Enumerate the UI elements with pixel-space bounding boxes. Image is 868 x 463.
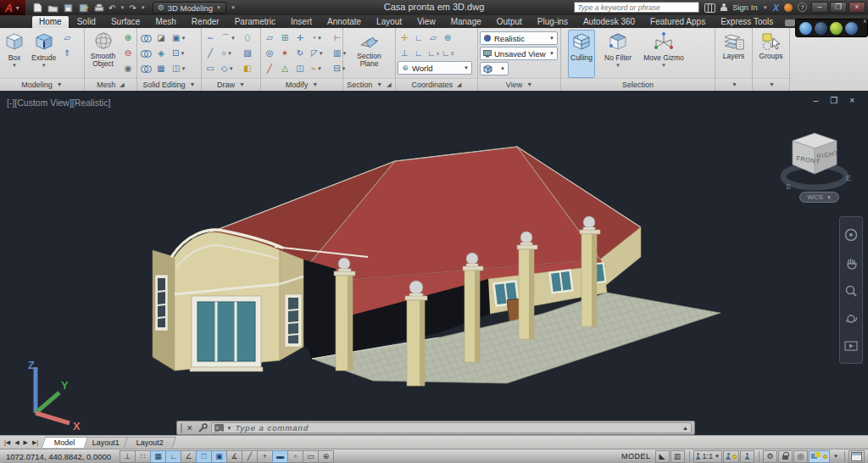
tab-express-tools[interactable]: Express Tools	[714, 16, 780, 28]
groups-panel-caption[interactable]: ▼	[753, 78, 789, 90]
groups-button[interactable]: Groups	[757, 30, 786, 78]
move-icon[interactable]: ✛	[293, 31, 307, 45]
layers-button[interactable]: Layers	[721, 30, 748, 78]
move-gizmo-button[interactable]: Move Gizmo ▼	[641, 30, 687, 78]
scale-icon[interactable]: ▱	[263, 31, 276, 45]
autodesk-360-icon[interactable]	[784, 3, 793, 12]
web-shortcut-icon[interactable]	[830, 22, 843, 35]
circle-icon[interactable]: ○▼	[219, 46, 239, 60]
model-space-icon[interactable]: ◣	[655, 450, 670, 463]
tab-layout[interactable]: Layout	[370, 16, 409, 28]
showmotion-icon[interactable]	[844, 340, 858, 352]
pan-hand-icon[interactable]	[845, 256, 858, 270]
tab-insert[interactable]: Insert	[284, 16, 319, 28]
toolbar-lock-button[interactable]	[778, 450, 793, 463]
mirror-icon[interactable]: ◫	[293, 61, 307, 75]
zoom-icon[interactable]	[844, 284, 858, 298]
viewport-controls-label[interactable]: [-][Custom View][Realistic]	[7, 98, 110, 108]
3d-object-snap-toggle[interactable]: ▣	[211, 450, 227, 463]
drag-handle-icon[interactable]	[180, 423, 183, 432]
compass-south-label[interactable]: S	[786, 182, 791, 191]
separate-icon[interactable]: ◫▼	[170, 61, 190, 75]
offset-icon[interactable]: ◎	[263, 46, 276, 60]
layers-panel-caption[interactable]: ▼	[715, 78, 752, 90]
web-shortcut-icon[interactable]	[799, 22, 812, 35]
modify-panel-caption[interactable]: Modify▼	[261, 78, 342, 90]
tab-plugins[interactable]: Plug-ins	[531, 16, 575, 28]
tab-parametric[interactable]: Parametric	[228, 16, 282, 28]
polysolid-icon[interactable]: ▱	[60, 31, 74, 45]
hatch-icon[interactable]: ▨	[241, 46, 254, 60]
tab-featured-apps[interactable]: Featured Apps	[643, 16, 712, 28]
fillet-icon[interactable]: ◔▼	[309, 31, 329, 45]
orbit-icon[interactable]	[844, 312, 858, 326]
chamfer-icon[interactable]: ◸▼	[309, 46, 329, 60]
qat-customize-icon[interactable]: ▼	[231, 5, 236, 10]
help-shortcut-icon[interactable]	[845, 22, 858, 35]
named-view-combo[interactable]: Unsaved View ▼	[480, 47, 558, 60]
application-menu-button[interactable]: A ▼	[0, 0, 25, 15]
polar-tracking-toggle[interactable]: ∠	[181, 450, 197, 463]
section-panel-caption[interactable]: Section▼◢	[343, 78, 395, 90]
stretch-icon[interactable]: ⊢	[331, 31, 344, 45]
slice-icon[interactable]: ◪	[154, 31, 168, 45]
line-icon[interactable]: ╱	[203, 46, 217, 60]
mesh-refine-icon[interactable]: ⊕	[121, 31, 135, 45]
grid-display-toggle[interactable]: ▦	[150, 450, 166, 463]
help-icon[interactable]: ?	[798, 3, 807, 12]
coordinates-readout[interactable]: 1072.0714, 440.8842, 0.0000	[0, 452, 120, 461]
extrude-button[interactable]: Extrude ▼	[29, 30, 58, 78]
selection-panel-caption[interactable]: Selection	[561, 78, 715, 90]
tab-solid[interactable]: Solid	[70, 16, 103, 28]
isolate-objects-button[interactable]	[809, 450, 830, 463]
tab-render[interactable]: Render	[185, 16, 226, 28]
model-paper-toggle[interactable]: MODEL	[618, 452, 654, 460]
lineweight-toggle[interactable]: ▬	[272, 450, 288, 463]
mesh-crease-icon[interactable]: ◉	[121, 61, 135, 75]
tab-model[interactable]: Model	[42, 437, 88, 448]
tab-layout2[interactable]: Layout2	[124, 437, 176, 448]
mesh-reduce-icon[interactable]: ⊖	[121, 46, 135, 60]
chevron-down-icon[interactable]: ▼	[227, 426, 232, 431]
arc-icon[interactable]: ⌒▼	[219, 31, 239, 45]
snap-mode-toggle[interactable]: ∷	[135, 450, 151, 463]
navigation-wheel-icon[interactable]	[844, 228, 858, 242]
visual-style-combo[interactable]: Realistic ▼	[480, 31, 558, 45]
web-shortcut-icon[interactable]	[815, 22, 827, 35]
ucs-3point-icon[interactable]: ∟3	[441, 46, 454, 60]
prev-tab-icon[interactable]: ◀	[13, 439, 20, 446]
tab-home[interactable]: Home	[32, 16, 69, 28]
array-icon[interactable]: ⊞	[278, 31, 292, 45]
exchange-apps-icon[interactable]: X	[773, 3, 779, 13]
modeling-panel-caption[interactable]: Modeling▼	[0, 78, 84, 90]
explode-icon[interactable]: ✶	[278, 46, 292, 60]
ucs-icon-tool[interactable]: ✛	[398, 31, 411, 45]
tab-mesh[interactable]: Mesh	[148, 16, 182, 28]
object-snap-tracking-toggle[interactable]: ∡	[226, 450, 242, 463]
shell-icon[interactable]: ▦	[154, 61, 168, 75]
chevron-down-icon[interactable]: ▼	[763, 5, 768, 10]
rotate-icon[interactable]: ↻	[293, 46, 307, 60]
coordinates-panel-caption[interactable]: Coordinates◢	[396, 78, 477, 90]
trim-icon[interactable]: ⌁▼	[309, 61, 329, 75]
ucs-previous-icon[interactable]: ∟	[412, 31, 426, 45]
tab-view[interactable]: View	[410, 16, 442, 28]
align-icon[interactable]: △	[278, 61, 292, 75]
open-file-icon[interactable]	[47, 3, 58, 13]
ucs-world-icon[interactable]: ⊕	[441, 31, 454, 45]
customize-wrench-icon[interactable]	[197, 422, 208, 433]
tab-manage[interactable]: Manage	[444, 16, 488, 28]
annotation-scale-button[interactable]: 1:1 ▼	[693, 450, 722, 463]
union-icon[interactable]	[139, 31, 153, 45]
tab-surface[interactable]: Surface	[104, 16, 147, 28]
close-icon[interactable]: ✕	[186, 424, 193, 432]
view-panel-caption[interactable]: View▼	[478, 78, 560, 90]
status-menu-icon[interactable]: ▼	[832, 454, 840, 459]
new-file-icon[interactable]	[32, 3, 43, 13]
undo-dropdown-icon[interactable]: ▼	[120, 5, 125, 10]
ucs-z-axis-icon[interactable]: ∟z	[426, 46, 440, 60]
next-tab-icon[interactable]: ▶	[22, 439, 30, 446]
ucs-origin-icon[interactable]: ⊥	[398, 46, 411, 60]
command-input[interactable]: >_ ▼ Type a command ▲	[211, 422, 692, 433]
wcs-menu[interactable]: WCS ▼	[799, 192, 839, 203]
